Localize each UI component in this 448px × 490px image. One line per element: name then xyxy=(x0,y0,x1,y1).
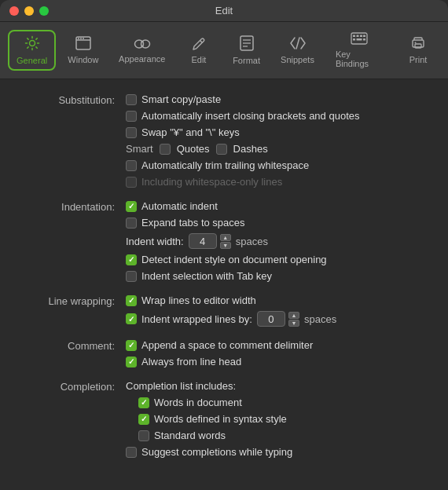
indent-width-input[interactable] xyxy=(189,233,217,249)
suggest-while-typing-label: Suggest completions while typing xyxy=(141,446,292,458)
append-space-label: Append a space to comment delimiter xyxy=(141,339,313,351)
toolbar-item-general[interactable]: General xyxy=(8,30,56,71)
indent-wrapped-stepper-buttons: ▲ ▼ xyxy=(288,312,299,327)
substitution-section: Substitution: Smart copy/paste Automatic… xyxy=(24,93,424,188)
append-space-checkbox[interactable] xyxy=(126,340,137,351)
window-title: Edit xyxy=(215,5,233,16)
expand-tabs-label: Expand tabs to spaces xyxy=(141,217,245,229)
toolbar-item-appearance[interactable]: Appearance xyxy=(110,32,173,69)
standard-words-row: Standard words xyxy=(126,430,424,441)
toolbar-item-format[interactable]: Format xyxy=(224,30,269,71)
completion-intro-row: Completion list includes: xyxy=(126,380,424,392)
trim-whitespace-checkbox[interactable] xyxy=(126,160,137,171)
toolbar-item-keybindings[interactable]: Key Bindings xyxy=(326,27,393,74)
smart-copy-checkbox[interactable] xyxy=(126,94,137,105)
indent-wrapped-checkbox[interactable] xyxy=(126,313,137,324)
including-whitespace-label: Including whitespace-only lines xyxy=(141,176,282,188)
keybindings-icon xyxy=(351,32,368,47)
trim-whitespace-row: Automatically trim trailing whitespace xyxy=(126,159,424,171)
svg-rect-17 xyxy=(353,35,355,38)
including-whitespace-row: Including whitespace-only lines xyxy=(126,176,424,188)
append-space-row: Append a space to comment delimiter xyxy=(126,339,424,351)
indent-wrapped-up-button[interactable]: ▲ xyxy=(288,312,299,319)
svg-rect-19 xyxy=(360,35,362,38)
indent-width-spaces-label: spaces xyxy=(236,236,268,247)
indent-wrapped-input[interactable] xyxy=(257,311,285,327)
wrap-lines-checkbox[interactable] xyxy=(126,295,137,306)
svg-rect-21 xyxy=(357,38,362,41)
expand-tabs-checkbox[interactable] xyxy=(126,218,137,229)
words-in-document-checkbox[interactable] xyxy=(138,397,149,408)
trim-whitespace-label: Automatically trim trailing whitespace xyxy=(141,159,309,171)
indent-selection-tab-label: Indent selection with Tab key xyxy=(141,270,272,282)
svg-line-10 xyxy=(200,41,202,43)
completion-label: Completion: xyxy=(24,380,126,458)
including-whitespace-checkbox[interactable] xyxy=(126,177,137,188)
comment-content: Append a space to comment delimiter Alwa… xyxy=(126,339,424,368)
words-defined-syntax-label: Words defined in syntax style xyxy=(154,413,287,425)
words-defined-syntax-row: Words defined in syntax style xyxy=(126,413,424,425)
format-icon xyxy=(240,35,254,53)
smart-copy-label: Smart copy/paste xyxy=(141,93,221,105)
smart-quotes-row: Smart Quotes Dashes xyxy=(126,143,424,155)
general-icon xyxy=(24,35,40,53)
indent-wrapped-label: Indent wrapped lines by: xyxy=(141,313,252,325)
auto-brackets-checkbox[interactable] xyxy=(126,111,137,122)
always-from-line-head-checkbox[interactable] xyxy=(126,357,137,368)
smart-dashes-label: Dashes xyxy=(233,143,268,155)
completion-content: Completion list includes: Words in docum… xyxy=(126,380,424,458)
appearance-icon xyxy=(134,38,151,52)
snippets-icon xyxy=(290,36,306,53)
svg-rect-20 xyxy=(353,38,355,41)
toolbar-item-edit[interactable]: Edit xyxy=(177,31,221,70)
smart-copy-row: Smart copy/paste xyxy=(126,93,424,105)
toolbar-item-print[interactable]: Print xyxy=(396,31,440,70)
substitution-content: Smart copy/paste Automatically insert cl… xyxy=(126,93,424,188)
svg-point-26 xyxy=(415,42,417,44)
suggest-while-typing-row: Suggest completions while typing xyxy=(126,446,424,458)
detect-indent-row: Detect indent style on document opening xyxy=(126,254,424,265)
swap-yen-label: Swap "¥" and "\" keys xyxy=(141,126,240,138)
toolbar-print-label: Print xyxy=(409,55,428,64)
indent-width-down-button[interactable]: ▼ xyxy=(220,242,231,249)
swap-yen-checkbox[interactable] xyxy=(126,127,137,138)
indent-wrapped-stepper: ▲ ▼ xyxy=(257,311,299,327)
indentation-label: Indentation: xyxy=(24,200,126,282)
swap-yen-row: Swap "¥" and "\" keys xyxy=(126,126,424,138)
smart-dashes-checkbox[interactable] xyxy=(216,144,227,155)
indent-width-label: Indent width: xyxy=(126,236,184,247)
svg-rect-18 xyxy=(357,35,359,38)
expand-tabs-row: Expand tabs to spaces xyxy=(126,217,424,229)
edit-icon xyxy=(192,36,206,53)
indent-width-stepper-buttons: ▲ ▼ xyxy=(220,234,231,249)
standard-words-label: Standard words xyxy=(154,430,226,441)
indent-width-stepper: ▲ ▼ xyxy=(189,233,231,249)
words-in-document-row: Words in document xyxy=(126,397,424,408)
toolbar-item-snippets[interactable]: Snippets xyxy=(272,31,323,70)
auto-brackets-row: Automatically insert closing brackets an… xyxy=(126,110,424,122)
auto-indent-checkbox[interactable] xyxy=(126,201,137,212)
detect-indent-checkbox[interactable] xyxy=(126,254,137,265)
indent-wrapped-down-button[interactable]: ▼ xyxy=(288,320,299,327)
indent-wrapped-row: Indent wrapped lines by: ▲ ▼ spaces xyxy=(126,311,424,327)
indent-width-up-button[interactable]: ▲ xyxy=(220,234,231,241)
suggest-while-typing-checkbox[interactable] xyxy=(126,447,137,458)
close-button[interactable] xyxy=(9,6,19,16)
words-in-document-label: Words in document xyxy=(154,397,242,408)
words-defined-syntax-checkbox[interactable] xyxy=(138,414,149,425)
indentation-content: Automatic indent Expand tabs to spaces I… xyxy=(126,200,424,282)
indent-selection-tab-checkbox[interactable] xyxy=(126,271,137,282)
svg-point-5 xyxy=(83,38,84,39)
toolbar-window-label: Window xyxy=(68,55,98,64)
svg-rect-22 xyxy=(363,38,365,41)
standard-words-checkbox[interactable] xyxy=(138,430,149,441)
line-wrapping-section: Line wrapping: Wrap lines to editor widt… xyxy=(24,294,424,327)
indent-width-row: Indent width: ▲ ▼ spaces xyxy=(126,233,424,249)
svg-point-0 xyxy=(29,41,35,46)
toolbar-snippets-label: Snippets xyxy=(281,55,314,64)
indent-selection-tab-row: Indent selection with Tab key xyxy=(126,270,424,282)
maximize-button[interactable] xyxy=(39,6,49,16)
toolbar-item-window[interactable]: Window xyxy=(59,31,107,70)
minimize-button[interactable] xyxy=(24,6,34,16)
smart-quotes-checkbox[interactable] xyxy=(160,144,171,155)
